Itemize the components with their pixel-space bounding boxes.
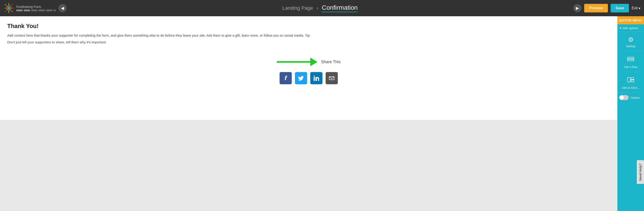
page-description-line1: Add content here that thanks your suppor… [7, 33, 312, 38]
twitter-button[interactable] [295, 72, 307, 84]
hide-options-label: hide options [622, 27, 638, 30]
add-row-label: Add a Row [624, 66, 638, 69]
svg-line-7 [11, 11, 13, 12]
logo-text-area: Fundraising Form [16, 5, 56, 11]
share-section: Share This f [7, 56, 610, 84]
outline-row: Outline [617, 93, 644, 102]
settings-label: Settings [626, 45, 636, 48]
svg-rect-18 [631, 78, 634, 80]
svg-line-9 [5, 11, 6, 12]
share-label-row: Share This [277, 56, 341, 68]
nav-back-button[interactable]: ◀ [58, 4, 66, 12]
nav-confirmation-label: Confirmation [322, 4, 358, 12]
page-title: Thank You! [7, 23, 610, 30]
logo-area: Fundraising Form [4, 3, 56, 13]
svg-rect-12 [314, 77, 315, 81]
exit-label: Exit [632, 6, 638, 10]
svg-rect-17 [628, 78, 630, 82]
editor-menu-header: EDITOR MENU [617, 16, 644, 24]
page-description-line2: Don't just tell your supporters to share… [7, 40, 312, 45]
sidebar-item-settings[interactable]: ⚙ Settings [617, 32, 644, 51]
logo-icon [4, 3, 14, 13]
nav-chevron-icon: › [316, 5, 318, 11]
logo-title: Fundraising Form [16, 5, 56, 9]
svg-point-13 [314, 76, 315, 77]
svg-rect-16 [628, 59, 634, 61]
svg-point-1 [8, 7, 10, 10]
sidebar-item-add-element[interactable]: Add an Elem... [617, 72, 644, 93]
facebook-button[interactable]: f [280, 72, 292, 84]
logo-dots [16, 10, 56, 11]
share-label: Share This [321, 60, 341, 64]
social-icons: f [280, 72, 338, 84]
linkedin-icon [313, 75, 320, 81]
topbar: Fundraising Form ◀ Landing Page › Confir… [0, 0, 644, 16]
main-wrapper: Thank You! Add content here that thanks … [0, 16, 644, 211]
outline-toggle[interactable] [619, 95, 629, 100]
nav-center: Landing Page › Confirmation [69, 4, 571, 12]
save-button[interactable]: Save [610, 4, 629, 13]
outline-label: Outline [630, 96, 640, 99]
facebook-icon: f [284, 75, 286, 82]
add-element-label: Add an Elem... [622, 86, 640, 89]
svg-rect-15 [628, 57, 634, 59]
nav-landing-label: Landing Page [282, 5, 313, 11]
hide-options-row[interactable]: ▾ hide options [617, 24, 644, 32]
exit-button[interactable]: Exit ▾ [632, 6, 640, 11]
add-row-icon [627, 55, 634, 64]
hide-options-chevron-icon: ▾ [620, 26, 621, 30]
settings-gear-icon: ⚙ [628, 36, 634, 43]
nav-forward-button[interactable]: ▶ [573, 4, 582, 12]
gray-area [0, 120, 617, 211]
sidebar-item-add-row[interactable]: Add a Row [617, 51, 644, 72]
nav-right: Preview Save Exit ▾ [584, 4, 640, 13]
add-element-icon [627, 76, 634, 85]
exit-chevron-icon: ▾ [638, 6, 640, 11]
preview-button[interactable]: Preview [584, 4, 608, 13]
svg-line-6 [5, 4, 6, 6]
email-button[interactable] [326, 72, 338, 84]
svg-rect-19 [631, 80, 634, 82]
svg-line-8 [11, 4, 13, 6]
toggle-knob [620, 96, 624, 100]
need-help-tab[interactable]: Need Help? [637, 160, 644, 184]
share-arrow-icon [277, 56, 318, 68]
email-icon [328, 75, 335, 81]
content-area: Thank You! Add content here that thanks … [0, 16, 617, 120]
page-content: Thank You! Add content here that thanks … [0, 16, 617, 211]
linkedin-button[interactable] [310, 72, 322, 84]
svg-marker-11 [310, 58, 318, 66]
need-help-label: Need Help? [638, 163, 642, 181]
twitter-icon [298, 75, 304, 81]
